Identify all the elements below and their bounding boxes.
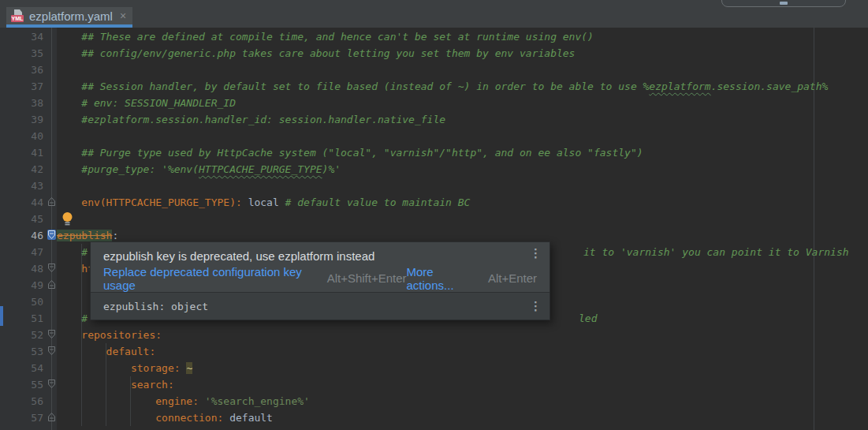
- line-number: 49: [31, 277, 43, 294]
- code-line[interactable]: [57, 62, 868, 78]
- code-segment: it to 'varnish' you can point it to Varn…: [583, 244, 849, 260]
- line-number: 43: [31, 178, 43, 194]
- code-segment: #: [57, 246, 88, 258]
- line-number: 38: [31, 95, 43, 111]
- code-line[interactable]: engine: '%search_engine%': [57, 393, 868, 409]
- code-segment: led: [579, 310, 597, 327]
- code-area[interactable]: ## These are defined at compile time, an…: [57, 28, 868, 430]
- code-segment: ht: [57, 263, 94, 275]
- code-segment: ezpublish: [57, 230, 112, 241]
- code-line[interactable]: default:: [57, 343, 868, 360]
- line-number: 44: [31, 194, 43, 211]
- code-line[interactable]: repositories:: [57, 327, 868, 343]
- editor-area[interactable]: 3435363738394041424344454647484950515253…: [0, 28, 868, 430]
- line-number: 39: [31, 111, 43, 128]
- code-line[interactable]: env(HTTPCACHE_PURGE_TYPE): local # defau…: [57, 194, 868, 211]
- line-number: 55: [31, 376, 43, 393]
- more-actions-link[interactable]: More actions...: [407, 265, 477, 292]
- code-line[interactable]: # env: SESSION_HANDLER_ID: [57, 95, 868, 111]
- code-segment: HTTPCACHE_PURGE_TYPE: [199, 163, 322, 175]
- line-number: 56: [31, 393, 43, 409]
- tab-title: ezplatform.yaml: [29, 9, 113, 23]
- code-segment: # env: SESSION_HANDLER_ID: [57, 97, 236, 109]
- code-segment: engine:: [57, 395, 199, 407]
- line-number: 48: [31, 260, 43, 277]
- fold-start-icon[interactable]: [47, 263, 56, 273]
- code-line[interactable]: ## config/env/generic.php takes care abo…: [57, 45, 868, 62]
- line-number: 41: [31, 144, 43, 161]
- tab-ezplatform-yaml[interactable]: YML ezplatform.yaml ×: [6, 7, 132, 28]
- intention-popup: ezpublish key is deprecated, use ezplatf…: [90, 241, 550, 320]
- code-segment: ## Purge type used by HttpCache system (…: [57, 147, 643, 159]
- fold-end-icon[interactable]: [47, 279, 56, 290]
- code-segment: #: [57, 312, 88, 324]
- code-line[interactable]: [57, 128, 868, 144]
- code-segment: default: [229, 412, 273, 424]
- fold-start-icon[interactable]: [47, 379, 56, 389]
- code-line[interactable]: ## Session handler, by default set to fi…: [57, 78, 868, 95]
- line-number: 46: [31, 227, 43, 244]
- line-number: 40: [31, 128, 43, 144]
- code-segment: connection:: [57, 412, 223, 424]
- code-segment: ~: [186, 362, 192, 374]
- code-line[interactable]: [57, 211, 868, 227]
- code-segment: #purge_type: '%env(: [57, 163, 199, 175]
- intention-popup-main: ezpublish key is deprecated, use ezplatf…: [91, 242, 549, 292]
- code-segment: storage:: [57, 362, 181, 374]
- line-number: 53: [31, 343, 43, 360]
- replace-action-shortcut: Alt+Shift+Enter: [327, 271, 407, 285]
- code-line[interactable]: ## Purge type used by HttpCache system (…: [57, 144, 868, 161]
- code-segment: search:: [57, 379, 174, 391]
- fold-end-icon[interactable]: [47, 412, 56, 422]
- code-segment: default:: [57, 346, 155, 357]
- line-number: 57: [31, 409, 43, 426]
- kebab-menu-icon[interactable]: ⋮: [530, 301, 542, 312]
- code-line[interactable]: [57, 178, 868, 194]
- line-number: 47: [31, 244, 43, 260]
- floating-toolbar-fragment[interactable]: [721, 0, 846, 7]
- replace-action-link[interactable]: Replace deprecated configuration key usa…: [103, 265, 316, 292]
- intention-bulb-icon[interactable]: [61, 211, 73, 226]
- code-line[interactable]: storage: ~: [57, 360, 868, 376]
- code-segment: :: [112, 230, 118, 241]
- code-line[interactable]: #purge_type: '%env(HTTPCACHE_PURGE_TYPE)…: [57, 161, 868, 178]
- code-segment: [223, 412, 229, 424]
- fold-start-icon[interactable]: [47, 230, 56, 240]
- fold-start-icon[interactable]: [47, 329, 56, 339]
- line-number: 34: [31, 28, 43, 45]
- code-segment: # default value to maintain BC: [285, 196, 471, 208]
- line-number: 50: [31, 294, 43, 310]
- code-line[interactable]: connection: default: [57, 409, 868, 426]
- code-segment: ## Session handler, by default set to fi…: [57, 80, 649, 92]
- code-segment: repositories:: [57, 329, 162, 341]
- intention-popup-secondary: ezpublish: object ⋮: [91, 292, 549, 320]
- kebab-menu-icon[interactable]: ⋮: [530, 248, 542, 259]
- code-line[interactable]: #ezplatform.session.handler_id: session.…: [57, 111, 868, 128]
- ide-window: YML ezplatform.yaml × 343536373839404142…: [0, 0, 868, 430]
- code-segment: #ezplatform.session.handler_id: session.…: [57, 114, 445, 125]
- code-line[interactable]: search:: [57, 376, 868, 393]
- tab-close-icon[interactable]: ×: [120, 9, 126, 22]
- code-segment: local: [242, 196, 285, 208]
- toolbar-icon: [780, 2, 788, 5]
- fold-start-icon[interactable]: [47, 346, 56, 356]
- code-line[interactable]: ## These are defined at compile time, an…: [57, 28, 868, 45]
- deprecation-message: ezpublish key is deprecated, use ezplatf…: [103, 248, 374, 265]
- code-segment: [199, 395, 205, 407]
- yaml-file-icon: YML: [11, 9, 24, 22]
- code-segment: .session.save_path%: [711, 80, 829, 92]
- editor-gutter: 3435363738394041424344454647484950515253…: [0, 28, 57, 430]
- line-number: 37: [31, 78, 43, 95]
- code-segment: ## config/env/generic.php takes care abo…: [57, 47, 575, 59]
- yml-badge: YML: [11, 15, 24, 22]
- code-segment: )%': [322, 163, 341, 175]
- line-number: 52: [31, 327, 43, 343]
- intention-secondary-entry[interactable]: ezpublish: object: [103, 301, 208, 312]
- left-edge-selection-marker: [0, 306, 3, 326]
- line-number: 42: [31, 161, 43, 178]
- more-actions-shortcut: Alt+Enter: [488, 271, 537, 285]
- code-segment: ## These are defined at compile time, an…: [57, 31, 594, 43]
- fold-end-icon[interactable]: [47, 196, 56, 207]
- line-number: 54: [31, 360, 43, 376]
- code-segment: ezplatform: [649, 80, 710, 92]
